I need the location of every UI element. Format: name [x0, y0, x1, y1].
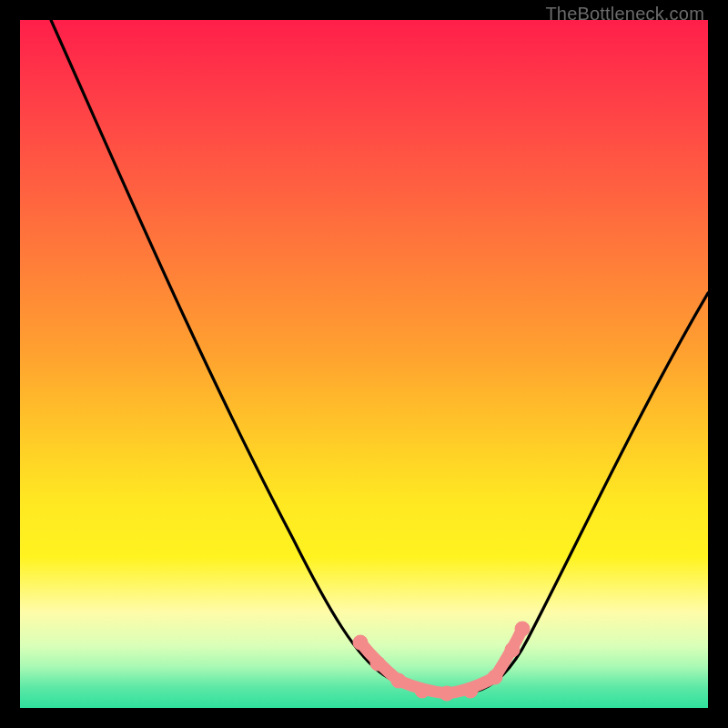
- chart-frame: TheBottleneck.com: [0, 0, 728, 728]
- bottleneck-curve: [51, 20, 708, 694]
- marker-group: [353, 622, 530, 701]
- plot-area: [20, 20, 708, 708]
- curve-layer: [20, 20, 708, 708]
